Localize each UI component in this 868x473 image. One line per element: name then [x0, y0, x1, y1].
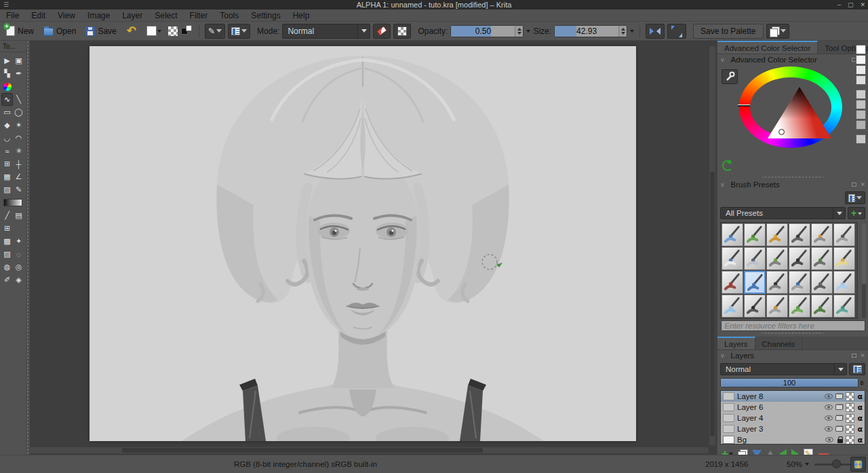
- brush-preset-18[interactable]: [833, 271, 855, 294]
- fill-tool[interactable]: [1, 80, 13, 93]
- color-history-swatch[interactable]: [856, 110, 866, 119]
- horizontal-scroll-thumb[interactable]: [122, 448, 483, 453]
- move-tool[interactable]: ▚: [1, 67, 13, 80]
- color-history-swatch[interactable]: [856, 75, 866, 85]
- alpha-icon[interactable]: α: [857, 403, 863, 412]
- brush-preset-3[interactable]: [766, 223, 788, 246]
- brush-preset-14[interactable]: [744, 271, 766, 294]
- line-tool[interactable]: ╲: [13, 93, 24, 106]
- preset-tag-dropdown[interactable]: All Presets: [720, 207, 846, 219]
- alpha-icon[interactable]: α: [857, 392, 863, 401]
- grid-tool[interactable]: ⊞: [1, 222, 13, 235]
- collapse-icon[interactable]: ∨: [720, 56, 725, 63]
- size-spinbox[interactable]: 42.93: [554, 25, 627, 37]
- color-history-swatch[interactable]: [856, 65, 866, 75]
- new-button[interactable]: + New: [3, 24, 37, 37]
- brush-preset-1[interactable]: [722, 223, 743, 246]
- brush-preset-12[interactable]: [833, 247, 855, 270]
- alpha-icon[interactable]: α: [857, 425, 863, 434]
- save-button[interactable]: Save: [82, 25, 119, 37]
- ruler-assistant-tool[interactable]: ╱: [1, 209, 13, 222]
- zoom-dropdown-arrow[interactable]: [805, 463, 809, 468]
- brush-preset-13[interactable]: [722, 271, 743, 294]
- zoom-slider[interactable]: [814, 463, 854, 466]
- canvas-artwork[interactable]: [90, 46, 636, 441]
- mirror-horizontal-button[interactable]: [646, 24, 665, 39]
- size-spinner[interactable]: [618, 26, 627, 37]
- docker-splitter[interactable]: [762, 331, 823, 335]
- rectangular-selection-tool[interactable]: ▩: [1, 235, 13, 248]
- measure-tool[interactable]: ∠: [13, 170, 24, 183]
- menu-settings[interactable]: Settings: [245, 11, 286, 20]
- visibility-eye-icon[interactable]: [825, 426, 833, 432]
- layer-row-layer-6[interactable]: Layer 6α: [721, 402, 865, 413]
- polygonal-selection-tool[interactable]: ▨: [1, 248, 13, 261]
- preserve-alpha-button[interactable]: [393, 24, 411, 39]
- polygon-tool[interactable]: ◆: [1, 119, 13, 132]
- save-to-palette-button[interactable]: Save to Palette: [693, 24, 763, 39]
- magnetic-selection-tool[interactable]: ◎: [13, 261, 24, 273]
- zoom-slider-knob[interactable]: [832, 459, 841, 468]
- move-layer-tool[interactable]: ┼: [13, 157, 24, 170]
- layer-row-bg[interactable]: Bgα: [721, 434, 865, 444]
- menu-select[interactable]: Select: [149, 11, 183, 20]
- color-selector-settings-button[interactable]: [722, 69, 738, 84]
- dynamic-brush-tool[interactable]: ≈: [1, 145, 13, 157]
- brush-preset-7[interactable]: [722, 247, 743, 270]
- minimize-button[interactable]: –: [837, 1, 841, 8]
- pattern-chooser-button[interactable]: [167, 26, 178, 37]
- alpha-icon[interactable]: α: [857, 436, 863, 444]
- transform-frame-tool[interactable]: ▦: [1, 170, 13, 183]
- brush-preset-22[interactable]: [789, 295, 810, 318]
- rectangle-tool[interactable]: ▭: [1, 106, 13, 119]
- color-history-swatch[interactable]: [856, 100, 866, 109]
- tab-advanced-color-selector[interactable]: Advanced Color Selector: [717, 41, 818, 54]
- foreground-background-colors[interactable]: [181, 25, 193, 37]
- brush-preset-popup-button[interactable]: [228, 24, 250, 39]
- calligraphy-tool[interactable]: ✒: [13, 67, 24, 80]
- alpha-icon[interactable]: α: [857, 414, 863, 423]
- vertical-scroll-thumb[interactable]: [710, 172, 715, 436]
- contiguous-selection-tool[interactable]: ◌: [13, 248, 24, 261]
- canvas-horizontal-scrollbar[interactable]: [30, 447, 709, 453]
- collapse-icon[interactable]: ∨: [720, 181, 725, 188]
- close-button[interactable]: ✕: [860, 1, 865, 8]
- brush-preset-10[interactable]: [789, 247, 810, 270]
- color-history-swatch[interactable]: [856, 134, 866, 144]
- open-button[interactable]: Open: [40, 25, 79, 37]
- color-history-swatch[interactable]: [856, 45, 866, 54]
- blending-mode-dropdown[interactable]: Normal: [282, 24, 370, 39]
- brush-preset-17[interactable]: [811, 271, 833, 294]
- visibility-eye-icon[interactable]: [825, 404, 833, 410]
- multibrush-tool[interactable]: ✳: [13, 145, 24, 157]
- menu-view[interactable]: View: [52, 11, 81, 20]
- zoom-level[interactable]: 50%: [787, 460, 802, 468]
- brush-preset-21[interactable]: [766, 295, 788, 318]
- layer-opacity-spinner[interactable]: [859, 378, 865, 387]
- gradient-tool[interactable]: [1, 196, 24, 209]
- brush-preset-19[interactable]: [722, 295, 743, 318]
- freehand-brush-tool[interactable]: ∿: [1, 93, 13, 106]
- menu-image[interactable]: Image: [81, 11, 116, 20]
- preset-display-mode-button[interactable]: [845, 191, 865, 204]
- opacity-spinner[interactable]: [515, 26, 523, 37]
- tab-layers[interactable]: Layers: [717, 337, 755, 349]
- brush-settings-toggle[interactable]: ✎: [205, 24, 225, 39]
- brush-preset-23[interactable]: [811, 295, 833, 318]
- brush-preset-20[interactable]: [744, 295, 766, 318]
- fuzzy-selection-tool[interactable]: ◈: [13, 273, 24, 286]
- visibility-eye-icon[interactable]: [825, 394, 833, 399]
- opacity-spinbox[interactable]: 0.50: [450, 25, 524, 37]
- saturation-value-triangle[interactable]: [768, 87, 831, 138]
- refresh-color-history-icon[interactable]: [722, 160, 733, 171]
- brush-preset-2[interactable]: [744, 223, 766, 246]
- canvas-vertical-scrollbar[interactable]: [709, 46, 715, 445]
- resource-filter-input[interactable]: [721, 320, 865, 331]
- similar-selection-tool[interactable]: ◍: [1, 261, 13, 273]
- polyline-tool[interactable]: ✶: [13, 119, 24, 132]
- maximize-button[interactable]: ▢: [848, 1, 854, 8]
- collapse-icon[interactable]: ∨: [720, 352, 725, 359]
- layer-opacity-slider[interactable]: 100: [720, 378, 859, 387]
- color-history-swatch[interactable]: [856, 120, 866, 130]
- tab-channels[interactable]: Channels: [755, 337, 803, 349]
